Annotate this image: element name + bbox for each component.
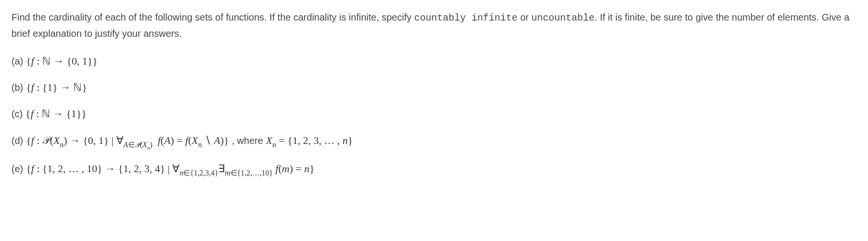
item-label: (e) <box>11 161 23 176</box>
item-label: (b) <box>11 80 23 95</box>
problem-item-d: (d) {f : 𝒫(Xn) → {0, 1} | ∀A∈𝒫(Xn) f(A) … <box>11 132 857 151</box>
item-math: {f : {1} → ℕ} <box>26 79 87 96</box>
item-math: {f : ℕ → {0, 1}} <box>26 53 97 69</box>
item-label: (a) <box>11 54 23 69</box>
problem-item-c: (c) {f : ℕ → {1}} <box>11 105 857 122</box>
item-math: {f : {1, 2, … , 10} → {1, 2, 3, 4} | ∀n∈… <box>26 160 314 178</box>
intro-code-1: countably infinite <box>414 12 518 23</box>
intro-code-2: uncountable <box>532 12 595 23</box>
item-label: (d) <box>11 133 23 148</box>
item-aside-prefix: , where <box>232 133 263 148</box>
intro-text-2: or <box>518 12 532 22</box>
problem-item-b: (b) {f : {1} → ℕ} <box>11 79 857 96</box>
problem-item-e: (e) {f : {1, 2, … , 10} → {1, 2, 3, 4} |… <box>11 160 857 178</box>
problem-item-a: (a) {f : ℕ → {0, 1}} <box>11 53 857 69</box>
item-math: {f : ℕ → {1}} <box>25 105 86 122</box>
problem-list: (a) {f : ℕ → {0, 1}} (b) {f : {1} → ℕ} (… <box>11 53 857 178</box>
problem-intro: Find the cardinality of each of the foll… <box>11 10 857 41</box>
intro-text-1: Find the cardinality of each of the foll… <box>11 12 414 22</box>
item-label: (c) <box>11 106 22 121</box>
item-aside-math: Xn = {1, 2, 3, … , n} <box>266 132 353 150</box>
item-math: {f : 𝒫(Xn) → {0, 1} | ∀A∈𝒫(Xn) f(A) = f(… <box>26 132 229 151</box>
